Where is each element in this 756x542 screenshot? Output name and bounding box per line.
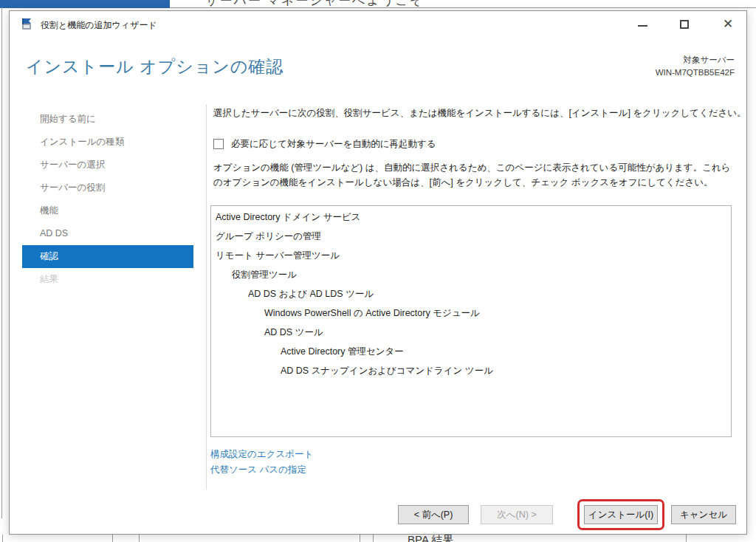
maximize-icon <box>680 20 689 29</box>
target-server-name: WIN-M7QTBB5E42F <box>656 66 735 79</box>
background-grid-line <box>112 535 113 542</box>
background-top-divider <box>170 7 756 8</box>
sidebar-content-divider <box>206 104 207 490</box>
nav-step-ad-ds[interactable]: AD DS <box>22 222 193 245</box>
minimize-icon <box>638 25 647 27</box>
list-item: リモート サーバー管理ツール <box>211 246 731 265</box>
next-button: 次へ(N) > <box>481 505 553 524</box>
cancel-button[interactable]: キャンセル <box>671 505 736 524</box>
optional-features-note: オプションの機能 (管理ツールなど) は、自動的に選択されるため、このページに表… <box>213 160 739 190</box>
confirmation-instruction: 選択したサーバーに次の役割、役割サービス、または機能をインストールするには、[イ… <box>213 107 739 120</box>
background-left-border <box>1 7 2 518</box>
list-item: AD DS および AD LDS ツール <box>211 284 731 303</box>
background-grid-line <box>139 535 140 542</box>
background-grid-line <box>2 535 3 542</box>
close-button[interactable]: ✕ <box>712 14 743 35</box>
specify-alternate-source-path-link[interactable]: 代替ソース パスの指定 <box>210 464 306 476</box>
nav-step-server-selection[interactable]: サーバーの選択 <box>22 154 193 176</box>
background-grid-line <box>360 535 360 542</box>
page-title: インストール オプションの確認 <box>26 55 284 78</box>
list-item: Windows PowerShell の Active Directory モジ… <box>211 303 731 323</box>
nav-step-installation-type[interactable]: インストールの種類 <box>22 131 193 154</box>
nav-step-before-you-begin[interactable]: 開始する前に <box>22 108 193 131</box>
title-bar[interactable]: 役割と機能の追加ウィザード ✕ <box>10 11 746 38</box>
nav-step-features[interactable]: 機能 <box>22 199 193 222</box>
list-item: Active Directory 管理センター <box>211 342 731 361</box>
install-button[interactable]: インストール(I) <box>584 505 658 524</box>
target-server-block: 対象サーバー WIN-M7QTBB5E42F <box>656 54 735 79</box>
list-item: AD DS スナップインおよびコマンドライン ツール <box>211 361 731 380</box>
restart-checkbox-label: 必要に応じて対象サーバーを自動的に再起動する <box>231 138 436 151</box>
minimize-button[interactable] <box>627 14 658 35</box>
export-configuration-link[interactable]: 構成設定のエクスポート <box>210 448 313 461</box>
close-icon: ✕ <box>723 17 733 31</box>
restart-checkbox-row: 必要に応じて対象サーバーを自動的に再起動する <box>213 138 730 151</box>
background-grid-line <box>686 535 687 542</box>
list-item: 役割管理ツール <box>211 265 731 284</box>
wizard-icon <box>21 18 35 30</box>
list-item: Active Directory ドメイン サービス <box>211 207 731 227</box>
background-blue-bar <box>0 0 170 8</box>
nav-step-server-roles[interactable]: サーバーの役割 <box>22 176 193 199</box>
window-title: 役割と機能の追加ウィザード <box>41 19 157 32</box>
background-grid-line <box>373 535 374 542</box>
nav-step-results: 結果 <box>22 268 193 291</box>
selected-items-list[interactable]: Active Directory ドメイン サービス グループ ポリシーの管理 … <box>210 205 732 437</box>
list-item: AD DS ツール <box>211 323 731 342</box>
target-server-label: 対象サーバー <box>656 54 735 66</box>
add-roles-features-wizard-dialog: 役割と機能の追加ウィザード ✕ インストール オプションの確認 対象サーバー W… <box>9 10 747 535</box>
wizard-step-nav: 開始する前に インストールの種類 サーバーの選択 サーバーの役割 機能 AD D… <box>22 108 193 291</box>
previous-button[interactable]: < 前へ(P) <box>398 505 469 524</box>
background-clipped-heading: サーバー マネージャーへようこそ <box>205 0 449 7</box>
maximize-button[interactable] <box>669 14 700 35</box>
nav-step-confirmation[interactable]: 確認 <box>22 245 193 268</box>
restart-checkbox[interactable] <box>213 139 224 149</box>
list-item: グループ ポリシーの管理 <box>211 227 731 246</box>
